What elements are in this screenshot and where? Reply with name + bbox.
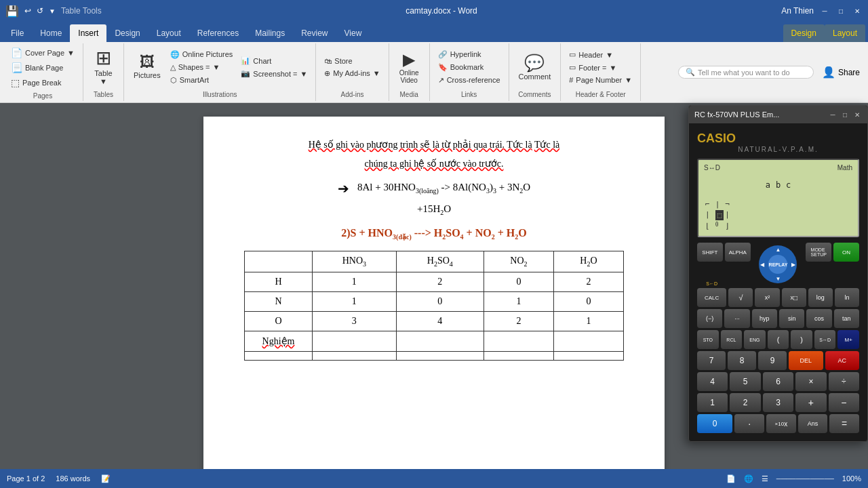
tab-layout[interactable]: Layout xyxy=(149,24,189,42)
mul-key[interactable]: × xyxy=(795,372,826,391)
equals-key[interactable]: = xyxy=(829,414,859,433)
close-btn[interactable]: ✕ xyxy=(852,5,863,16)
tab-table-layout[interactable]: Layout xyxy=(825,24,865,42)
smartart-btn[interactable]: ⬡ SmartArt xyxy=(167,75,236,86)
cross-reference-btn[interactable]: ↗ Cross-reference xyxy=(435,75,503,86)
tab-view[interactable]: View xyxy=(336,24,370,42)
div-key[interactable]: ÷ xyxy=(829,372,859,391)
online-video-btn[interactable]: ▶ OnlineVideo xyxy=(395,47,423,87)
shapes-btn[interactable]: △ Shapes = ▼ xyxy=(167,62,236,73)
comment-btn[interactable]: 💬 Comment xyxy=(515,51,555,83)
x2-key[interactable]: x² xyxy=(755,288,779,307)
nav-down-btn[interactable]: ▼ xyxy=(776,276,781,282)
sin-key[interactable]: sin xyxy=(779,309,804,328)
add-key[interactable]: + xyxy=(795,393,826,412)
ans-key[interactable]: Ans xyxy=(798,414,828,433)
ln-key[interactable]: ln xyxy=(835,288,859,307)
hyperlink-btn[interactable]: 🔗 Hyperlink xyxy=(435,49,503,60)
tab-file[interactable]: File xyxy=(3,24,32,42)
key-0[interactable]: 0 xyxy=(697,414,732,433)
doc-page[interactable]: Hệ số ghi vào phương trình sẽ là từ phải… xyxy=(203,117,665,469)
alpha-key[interactable]: ALPHA xyxy=(725,243,751,262)
log-key[interactable]: log xyxy=(808,288,833,307)
neg-key[interactable]: (−) xyxy=(697,309,722,328)
sqrt-key[interactable]: √ xyxy=(728,288,753,307)
cos-key[interactable]: cos xyxy=(806,309,831,328)
key-3[interactable]: 3 xyxy=(763,393,793,412)
tab-table-design[interactable]: Design xyxy=(783,24,825,42)
blank-page-btn[interactable]: 📃 Blank Page xyxy=(8,61,77,75)
customize-btn[interactable]: ▼ xyxy=(49,7,56,15)
chart-btn[interactable]: 📊 Chart xyxy=(238,55,310,66)
addins-group-label: Add-ins xyxy=(341,88,364,98)
view-web-btn[interactable]: 🌐 xyxy=(744,474,753,483)
store-btn[interactable]: 🛍 Store xyxy=(321,56,382,66)
ac-key[interactable]: AC xyxy=(825,351,859,370)
page-number-btn[interactable]: # Page Number ▼ xyxy=(566,75,635,85)
footer-btn[interactable]: ▭ Footer = ▼ xyxy=(566,62,635,73)
dot-key[interactable]: · xyxy=(734,414,764,433)
key-1[interactable]: 1 xyxy=(697,393,728,412)
key-4[interactable]: 4 xyxy=(697,372,728,391)
share-btn[interactable]: 👤 Share xyxy=(822,66,860,79)
nav-up-btn[interactable]: ▲ xyxy=(776,247,781,253)
calc-maximize-btn[interactable]: □ xyxy=(840,110,850,119)
table-btn[interactable]: ⊞ Table ▼ xyxy=(90,46,117,88)
nav-center-btn[interactable]: REPLAY xyxy=(768,255,787,274)
calc-key-calc[interactable]: S←D CALC xyxy=(697,288,726,307)
restore-btn[interactable]: □ xyxy=(835,5,846,16)
table-row-nghiem: Nghiệm xyxy=(245,331,624,351)
tab-home[interactable]: Home xyxy=(32,24,70,42)
rparen-key[interactable]: ) xyxy=(791,330,812,349)
xpow-key[interactable]: x□ xyxy=(782,288,806,307)
rcl-key[interactable]: RCL xyxy=(721,330,743,349)
hyp-key[interactable]: hyp xyxy=(752,309,777,328)
tab-mailings[interactable]: Mailings xyxy=(247,24,293,42)
my-addins-btn[interactable]: ⊕ My Add-ins ▼ xyxy=(321,68,382,79)
screenshot-btn[interactable]: 📷 Screenshot = ▼ xyxy=(238,68,310,79)
tab-insert[interactable]: Insert xyxy=(70,24,106,42)
key-7[interactable]: 7 xyxy=(697,351,726,370)
sd-key[interactable]: S↔D xyxy=(814,330,836,349)
lparen-key[interactable]: ( xyxy=(768,330,789,349)
word-icon: 💾 xyxy=(5,5,19,18)
nav-wheel[interactable]: ▲ ▼ ◀ ▶ REPLAY xyxy=(759,245,797,283)
key-6[interactable]: 6 xyxy=(763,372,793,391)
key-8[interactable]: 8 xyxy=(728,351,756,370)
tab-references[interactable]: References xyxy=(189,24,247,42)
shift-key[interactable]: SHIFT xyxy=(697,243,723,262)
mplus-key[interactable]: M+ xyxy=(837,330,859,349)
redo-btn[interactable]: ↺ xyxy=(37,6,43,16)
tell-me-input[interactable]: 🔍 Tell me what you want to do xyxy=(678,66,814,79)
eng-key[interactable]: ENG xyxy=(744,330,766,349)
del-key[interactable]: DEL xyxy=(789,351,823,370)
nav-left-btn[interactable]: ◀ xyxy=(760,262,764,268)
sto-key[interactable]: STO xyxy=(697,330,719,349)
bookmark-btn[interactable]: 🔖 Bookmark xyxy=(435,62,503,73)
key-2[interactable]: 2 xyxy=(730,393,760,412)
view-print-btn[interactable]: 📄 xyxy=(726,474,736,483)
pictures-btn[interactable]: 🖼 Pictures xyxy=(130,52,165,82)
undo-btn[interactable]: ↩ xyxy=(24,6,31,16)
tab-review[interactable]: Review xyxy=(293,24,336,42)
on-key[interactable]: ON xyxy=(833,243,859,262)
page-break-btn[interactable]: ⬚ Page Break xyxy=(8,76,77,89)
calc-close-btn[interactable]: ✕ xyxy=(852,110,862,119)
nav-right-btn[interactable]: ▶ xyxy=(791,262,795,268)
zoom-slider[interactable]: ──────────── xyxy=(776,475,834,483)
key-9[interactable]: 9 xyxy=(758,351,787,370)
view-outline-btn[interactable]: ☰ xyxy=(762,474,768,483)
exp-key[interactable]: ×10x xyxy=(766,414,796,433)
key-5[interactable]: 5 xyxy=(730,372,760,391)
calc-minimize-btn[interactable]: ─ xyxy=(828,110,837,119)
cover-page-btn[interactable]: 📄 Cover Page ▼ xyxy=(8,46,77,60)
calculator-window[interactable]: RC fx-570VN PLUS Em... ─ □ ✕ CASIO NATUR… xyxy=(688,105,868,442)
header-btn[interactable]: ▭ Header ▼ xyxy=(566,49,635,60)
tab-design[interactable]: Design xyxy=(106,24,148,42)
dots-key[interactable]: ··· xyxy=(724,309,749,328)
sub-key[interactable]: − xyxy=(829,393,859,412)
minimize-btn[interactable]: ─ xyxy=(819,5,830,16)
tan-key[interactable]: tan xyxy=(834,309,859,328)
mode-key[interactable]: MODESETUP xyxy=(806,243,831,262)
online-pictures-btn[interactable]: 🌐 Online Pictures xyxy=(167,49,236,60)
